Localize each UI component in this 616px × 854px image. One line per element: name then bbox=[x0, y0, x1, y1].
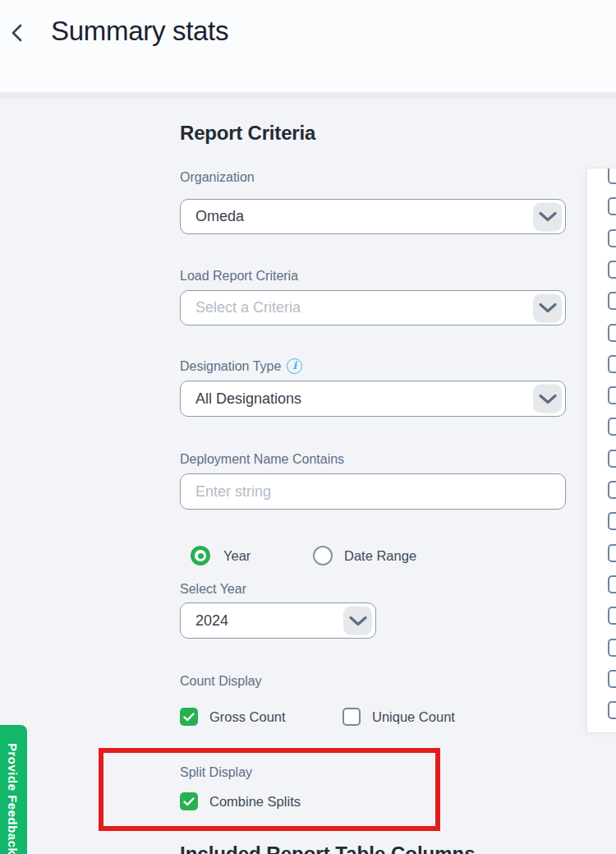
right-panel bbox=[586, 168, 616, 733]
count-display-label: Count Display bbox=[180, 674, 262, 689]
chevron-left-icon bbox=[10, 23, 23, 43]
select-year-select[interactable]: 2024 bbox=[180, 602, 376, 639]
panel-checkbox[interactable] bbox=[608, 450, 616, 468]
designation-type-dropdown-button[interactable] bbox=[533, 385, 562, 413]
chevron-down-icon bbox=[349, 616, 367, 625]
page-title: Summary stats bbox=[51, 16, 228, 47]
checkbox-gross-count[interactable] bbox=[180, 708, 198, 726]
organization-dropdown-button[interactable] bbox=[533, 202, 562, 231]
radio-year-label: Year bbox=[223, 546, 251, 565]
deployment-name-input[interactable]: Enter string bbox=[180, 473, 566, 510]
checkbox-unique-count[interactable] bbox=[342, 708, 361, 726]
panel-checkbox[interactable] bbox=[608, 512, 616, 530]
select-year-dropdown-button[interactable] bbox=[343, 607, 372, 635]
panel-checkbox[interactable] bbox=[608, 418, 616, 436]
header-divider bbox=[0, 93, 616, 99]
select-year-label: Select Year bbox=[180, 582, 246, 597]
deployment-name-placeholder: Enter string bbox=[181, 483, 271, 501]
panel-checkbox[interactable] bbox=[608, 168, 616, 184]
designation-type-label-text: Designation Type bbox=[180, 359, 281, 374]
unique-count-label: Unique Count bbox=[372, 708, 455, 726]
load-report-criteria-select[interactable]: Select a Criteria bbox=[180, 290, 566, 325]
checkbox-combine-splits[interactable] bbox=[180, 792, 198, 810]
designation-type-label: Designation Type i bbox=[180, 358, 302, 374]
panel-checkbox[interactable] bbox=[608, 575, 616, 593]
deployment-name-label: Deployment Name Contains bbox=[180, 452, 344, 467]
designation-type-select[interactable]: All Designations bbox=[180, 381, 566, 417]
page-header: Summary stats bbox=[0, 0, 616, 93]
feedback-tab[interactable]: Provide Feedback bbox=[0, 725, 27, 854]
gross-count-label: Gross Count bbox=[209, 708, 286, 726]
panel-checkbox[interactable] bbox=[608, 292, 616, 310]
panel-checkbox[interactable] bbox=[608, 670, 616, 688]
check-icon bbox=[183, 713, 195, 722]
load-report-criteria-placeholder: Select a Criteria bbox=[181, 299, 301, 316]
organization-label: Organization bbox=[180, 170, 255, 185]
panel-checkbox[interactable] bbox=[608, 481, 616, 499]
highlight-annotation-box bbox=[99, 748, 440, 831]
back-button[interactable] bbox=[5, 21, 28, 44]
chevron-down-icon bbox=[539, 212, 557, 222]
panel-checkbox[interactable] bbox=[608, 324, 616, 342]
radio-date-range-label: Date Range bbox=[344, 546, 416, 565]
radio-date-range[interactable] bbox=[313, 546, 333, 565]
summary-stats-page: Summary stats Report Criteria Organizati… bbox=[0, 0, 616, 854]
panel-checkbox[interactable] bbox=[608, 229, 616, 247]
panel-checkbox[interactable] bbox=[608, 197, 616, 215]
section-title: Report Criteria bbox=[180, 122, 315, 145]
organization-value: Omeda bbox=[181, 208, 244, 225]
chevron-down-icon bbox=[539, 394, 557, 404]
designation-type-value: All Designations bbox=[181, 390, 301, 408]
panel-checkbox[interactable] bbox=[608, 386, 616, 404]
info-icon[interactable]: i bbox=[287, 358, 302, 374]
organization-select[interactable]: Omeda bbox=[180, 199, 566, 234]
load-report-criteria-dropdown-button[interactable] bbox=[533, 293, 562, 322]
panel-checkbox[interactable] bbox=[608, 639, 616, 657]
check-icon bbox=[183, 797, 195, 806]
chevron-down-icon bbox=[539, 303, 557, 313]
panel-checkbox[interactable] bbox=[608, 544, 616, 562]
panel-checkbox[interactable] bbox=[608, 261, 616, 279]
panel-checkbox[interactable] bbox=[608, 701, 616, 719]
load-report-criteria-label: Load Report Criteria bbox=[180, 269, 298, 284]
included-report-heading: Included Report Table Columns bbox=[180, 842, 476, 854]
select-year-value: 2024 bbox=[181, 612, 228, 630]
split-display-label: Split Display bbox=[180, 765, 252, 780]
combine-splits-label: Combine Splits bbox=[209, 792, 301, 810]
feedback-tab-label: Provide Feedback bbox=[6, 743, 20, 854]
panel-checkbox[interactable] bbox=[608, 607, 616, 625]
radio-year[interactable] bbox=[191, 546, 210, 565]
panel-checkbox[interactable] bbox=[608, 355, 616, 373]
